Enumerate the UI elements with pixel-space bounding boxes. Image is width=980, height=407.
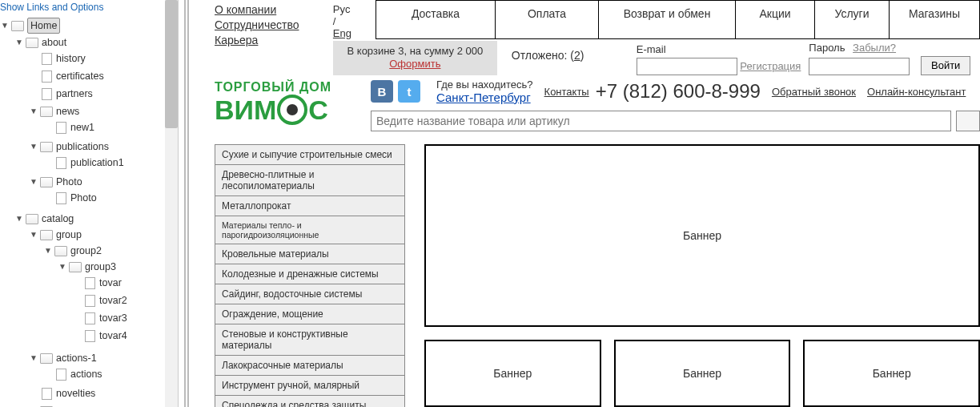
lang-ru[interactable]: Рус (333, 3, 351, 15)
folder-icon (26, 213, 38, 224)
tree-node-new1[interactable]: new1 (70, 120, 94, 135)
category-item[interactable]: Кровельные материалы (215, 244, 405, 264)
tab-returns[interactable]: Возврат и обмен (599, 1, 736, 38)
link-about-company[interactable]: О компании (215, 2, 333, 18)
tree-node-tovar2[interactable]: tovar2 (99, 293, 127, 308)
wishlist-summary[interactable]: Отложено: (2) (512, 41, 584, 62)
tree-node-tovar3[interactable]: tovar3 (99, 311, 127, 325)
tab-delivery[interactable]: Доставка (376, 1, 496, 38)
password-input[interactable] (809, 58, 910, 75)
tree-node-partners[interactable]: partners (56, 87, 93, 101)
tree-node-actions[interactable]: actions (70, 367, 102, 381)
category-item[interactable]: Сухие и сыпучие строительные смеси (215, 144, 405, 164)
page-icon (83, 330, 96, 341)
callback-link[interactable]: Обратный звонок (772, 86, 856, 98)
tab-promo[interactable]: Акции (736, 1, 815, 38)
toggle-icon[interactable]: ▼ (29, 177, 38, 187)
show-links-options[interactable]: Show Links and Options (0, 2, 178, 16)
folder-icon (40, 353, 53, 364)
forgot-link[interactable]: Забыли? (853, 42, 896, 54)
search-button[interactable] (956, 111, 980, 131)
cart-summary[interactable]: В корзине 3, на сумму 2 000 Оформить (333, 41, 497, 75)
email-label: E-mail (637, 43, 801, 55)
tab-payment[interactable]: Оплата (496, 1, 599, 38)
category-item[interactable]: Ограждение, мощение (215, 304, 405, 324)
category-item[interactable]: Стеновые и конструктивные материалы (215, 324, 405, 355)
vk-icon[interactable]: B (371, 80, 393, 103)
wishlist-count: 2 (574, 49, 580, 62)
tree-node-publications[interactable]: publications (56, 139, 109, 154)
category-item[interactable]: Древесно-плитные и лесопиломатериалы (215, 164, 405, 195)
tree-node-home[interactable]: Home (27, 18, 60, 34)
location-question: Где вы находитесь? (436, 79, 533, 91)
login-form: E-mail Регистрация Пароль Забыли? Войти (637, 41, 974, 75)
tree-node-group[interactable]: group (56, 228, 82, 242)
page-icon (83, 312, 96, 324)
category-item[interactable]: Спецодежда и средства защиты (215, 395, 405, 407)
twitter-icon[interactable]: t (398, 80, 420, 103)
page-icon (40, 53, 53, 64)
tree-node-publication1[interactable]: publication1 (70, 155, 124, 170)
tree-node-novelties[interactable]: novelties (56, 386, 95, 401)
banner-small-3[interactable]: Баннер (803, 340, 980, 407)
toggle-icon[interactable]: ▼ (43, 246, 53, 256)
toggle-icon[interactable]: ▼ (29, 353, 38, 363)
tree-node-tovar[interactable]: tovar (99, 276, 122, 290)
toggle-icon[interactable]: ▼ (29, 142, 38, 151)
contacts-link[interactable]: Контакты (544, 86, 589, 98)
register-link[interactable]: Регистрация (740, 60, 801, 72)
tab-services[interactable]: Услуги (815, 1, 890, 38)
tree-node-catalog[interactable]: catalog (42, 212, 74, 226)
banner-small-1[interactable]: Баннер (424, 340, 601, 407)
search-input[interactable] (371, 111, 951, 131)
logo-line1: ТОРГОВЫЙ ДОМ (215, 80, 371, 95)
category-item[interactable]: Металлопрокат (215, 195, 405, 216)
pane-separator[interactable] (183, 0, 191, 407)
site-tree: ▼ Home ▼ about (0, 16, 178, 407)
toggle-icon[interactable]: ▼ (29, 230, 38, 240)
lang-switch: Рус / Eng (333, 0, 351, 39)
toggle-icon[interactable]: ▼ (58, 262, 67, 272)
lang-en[interactable]: Eng (333, 27, 351, 39)
tree-node-photo[interactable]: Photo (56, 175, 82, 189)
logo[interactable]: ТОРГОВЫЙ ДОМ ВИМС (215, 75, 371, 131)
category-item[interactable]: Колодезные и дренажные системы (215, 264, 405, 284)
checkout-link[interactable]: Оформить (389, 58, 440, 70)
sidebar-scrollbar[interactable] (165, 0, 178, 407)
category-item[interactable]: Инструмент ручной, малярный (215, 375, 405, 395)
main-nav: Доставка Оплата Возврат и обмен Акции Ус… (376, 0, 980, 39)
tree-node-tovar4[interactable]: tovar4 (99, 328, 127, 343)
link-cooperation[interactable]: Сотрудничество (215, 18, 333, 33)
tree-node-group2[interactable]: group2 (70, 244, 102, 258)
toggle-icon[interactable]: ▼ (29, 107, 38, 116)
page-icon (83, 277, 96, 288)
toggle-icon[interactable]: ▼ (0, 21, 10, 30)
login-button[interactable]: Войти (921, 56, 970, 75)
tree-node-certificates[interactable]: certificates (56, 69, 104, 83)
city-select[interactable]: Санкт-Петербург (436, 91, 531, 104)
tab-stores[interactable]: Магазины (890, 1, 979, 38)
tree-node-actions1[interactable]: actions-1 (56, 351, 97, 365)
tree-node-history[interactable]: history (56, 51, 86, 66)
toggle-icon[interactable]: ▼ (14, 214, 24, 224)
logo-tree-icon (277, 95, 307, 125)
tree-node-news[interactable]: news (56, 104, 79, 119)
banner-small-2[interactable]: Баннер (614, 340, 791, 407)
banner-main[interactable]: Баннер (424, 144, 980, 327)
tree-node-about[interactable]: about (42, 35, 66, 50)
toggle-icon[interactable]: ▼ (14, 38, 24, 47)
folder-icon (40, 229, 53, 240)
email-input[interactable] (637, 58, 737, 75)
page-icon (40, 88, 53, 99)
link-career[interactable]: Карьера (215, 33, 333, 48)
category-item[interactable]: Сайдинг, водосточные системы (215, 284, 405, 304)
category-item[interactable]: Лакокрасочные материалы (215, 355, 405, 375)
online-consultant-link[interactable]: Онлайн-консультант (867, 86, 966, 98)
tree-node-photo-child[interactable]: Photo (70, 191, 97, 205)
folder-icon (40, 141, 53, 152)
page-icon (54, 192, 67, 204)
category-item[interactable]: Материалы тепло- и парогидроизоляционные (215, 216, 405, 244)
tree-node-group3[interactable]: group3 (85, 260, 116, 274)
tree-node-manufacturers[interactable]: manufacturers (56, 404, 120, 407)
folder-icon (40, 176, 53, 187)
